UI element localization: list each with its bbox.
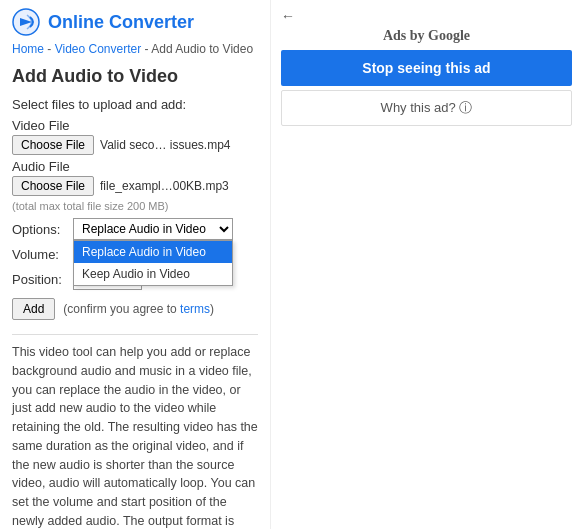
page-title: Add Audio to Video: [12, 66, 258, 87]
ads-panel: ← Ads by Google Stop seeing this ad Why …: [270, 0, 582, 529]
options-label: Options:: [12, 222, 67, 237]
divider: [12, 334, 258, 335]
options-select[interactable]: Replace Audio in Video Keep Audio in Vid…: [73, 218, 233, 240]
options-row: Options: Replace Audio in Video Keep Aud…: [12, 218, 258, 240]
breadcrumb: Home - Video Converter - Add Audio to Vi…: [12, 42, 258, 56]
ads-label: Ads by Google: [281, 28, 572, 44]
position-label: Position:: [12, 272, 67, 287]
dropdown-item-keep[interactable]: Keep Audio in Video: [74, 263, 232, 285]
audio-choose-file-button[interactable]: Choose File: [12, 176, 94, 196]
terms-link[interactable]: terms: [180, 302, 210, 316]
audio-file-label: Audio File: [12, 159, 258, 174]
description-text: This video tool can help you add or repl…: [12, 343, 258, 529]
breadcrumb-current: Add Audio to Video: [151, 42, 253, 56]
site-title: Online Converter: [48, 12, 194, 33]
audio-file-name: file_exampl…00KB.mp3: [100, 179, 229, 193]
dropdown-item-replace[interactable]: Replace Audio in Video: [74, 241, 232, 263]
options-dropdown-menu: Replace Audio in Video Keep Audio in Vid…: [73, 240, 233, 286]
video-file-name: Valid seco… issues.mp4: [100, 138, 231, 152]
breadcrumb-home[interactable]: Home: [12, 42, 44, 56]
file-size-note: (total max total file size 200 MB): [12, 200, 258, 212]
confirm-text: (confirm you agree to terms): [63, 302, 214, 316]
video-file-row: Choose File Valid seco… issues.mp4: [12, 135, 258, 155]
breadcrumb-video-converter[interactable]: Video Converter: [55, 42, 142, 56]
why-ad-button[interactable]: Why this ad? ⓘ: [281, 90, 572, 126]
logo-area: Online Converter: [12, 8, 258, 36]
options-dropdown-container: Replace Audio in Video Keep Audio in Vid…: [73, 218, 233, 240]
video-choose-file-button[interactable]: Choose File: [12, 135, 94, 155]
volume-label: Volume:: [12, 247, 67, 262]
section-label: Select files to upload and add:: [12, 97, 258, 112]
add-row: Add (confirm you agree to terms): [12, 298, 258, 320]
back-arrow[interactable]: ←: [281, 8, 572, 24]
audio-file-row: Choose File file_exampl…00KB.mp3: [12, 176, 258, 196]
video-file-label: Video File: [12, 118, 258, 133]
logo-icon: [12, 8, 40, 36]
stop-ad-button[interactable]: Stop seeing this ad: [281, 50, 572, 86]
add-button[interactable]: Add: [12, 298, 55, 320]
